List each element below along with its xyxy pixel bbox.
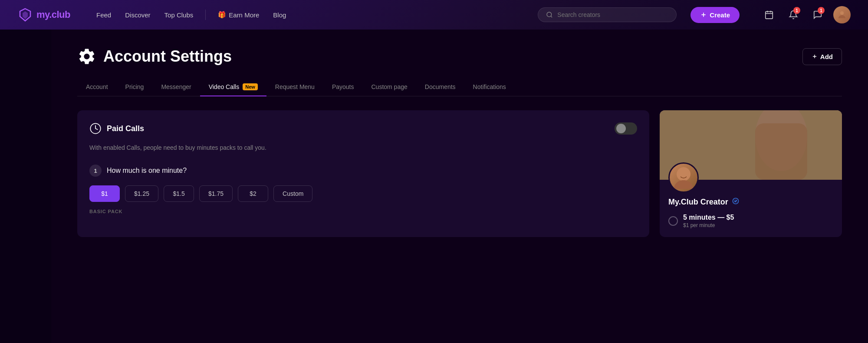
left-sidebar bbox=[0, 30, 51, 343]
nav-discover[interactable]: Discover bbox=[120, 9, 155, 21]
create-button[interactable]: Create bbox=[690, 7, 740, 23]
creator-avatar bbox=[668, 162, 699, 193]
svg-line-3 bbox=[551, 16, 552, 17]
tab-pricing[interactable]: Pricing bbox=[117, 78, 153, 96]
tab-new-badge: New bbox=[243, 83, 258, 90]
question-row: 1 How much is one minute? bbox=[89, 165, 637, 177]
svg-point-10 bbox=[840, 11, 844, 15]
nav-earn-more[interactable]: 🎁 Earn More bbox=[213, 8, 264, 21]
price-option-custom[interactable]: Custom bbox=[273, 185, 312, 202]
minutes-info: 5 minutes — $5 $1 per minute bbox=[683, 214, 734, 228]
logo-text: my.club bbox=[36, 9, 70, 20]
preview-image bbox=[660, 110, 842, 180]
svg-rect-16 bbox=[755, 123, 807, 180]
tab-documents[interactable]: Documents bbox=[416, 78, 464, 96]
price-option-175[interactable]: $1.75 bbox=[199, 185, 233, 202]
nav-divider bbox=[205, 10, 206, 20]
messages-button[interactable]: 1 bbox=[809, 6, 826, 23]
search-input[interactable] bbox=[557, 11, 668, 18]
tab-payouts[interactable]: Payouts bbox=[323, 78, 363, 96]
minutes-text: 5 minutes — $5 bbox=[683, 214, 734, 221]
nav-feed[interactable]: Feed bbox=[91, 9, 116, 21]
price-option-15[interactable]: $1.5 bbox=[164, 185, 194, 202]
price-option-125[interactable]: $1.25 bbox=[125, 185, 158, 202]
svg-point-2 bbox=[547, 12, 552, 17]
search-icon bbox=[546, 11, 553, 18]
user-avatar[interactable] bbox=[833, 6, 851, 23]
navbar: my.club Feed Discover Top Clubs 🎁 Earn M… bbox=[0, 0, 868, 30]
nav-links: Feed Discover Top Clubs 🎁 Earn More Blog bbox=[91, 8, 291, 21]
gear-icon bbox=[77, 47, 96, 66]
paid-calls-card: Paid Calls With enabled Calls, people ne… bbox=[77, 110, 649, 237]
calendar-button[interactable] bbox=[760, 6, 778, 23]
tab-video-calls[interactable]: Video Calls New bbox=[200, 78, 266, 96]
notifications-button[interactable]: 1 bbox=[785, 6, 802, 23]
messages-badge: 1 bbox=[818, 7, 825, 14]
question-text: How much is one minute? bbox=[107, 167, 187, 175]
notifications-badge: 1 bbox=[793, 7, 800, 14]
card-header: Paid Calls bbox=[89, 122, 637, 135]
logo[interactable]: my.club bbox=[17, 7, 70, 23]
clock-icon bbox=[89, 122, 102, 135]
toggle-thumb bbox=[616, 124, 626, 133]
tab-request-menu[interactable]: Request Menu bbox=[266, 78, 323, 96]
svg-rect-6 bbox=[766, 12, 773, 19]
price-option-2[interactable]: $2 bbox=[238, 185, 268, 202]
page-title-row: Account Settings bbox=[77, 47, 232, 66]
plus-icon bbox=[700, 11, 707, 18]
avatar-face-icon bbox=[671, 165, 697, 191]
add-button[interactable]: Add bbox=[802, 48, 842, 65]
nav-top-clubs[interactable]: Top Clubs bbox=[159, 9, 199, 21]
creator-name: My.Club Creator bbox=[668, 198, 728, 207]
minutes-radio[interactable] bbox=[668, 216, 678, 226]
svg-marker-1 bbox=[23, 11, 28, 19]
price-options: $1 $1.25 $1.5 $1.75 $2 Custom bbox=[89, 185, 637, 202]
minutes-row: 5 minutes — $5 $1 per minute bbox=[668, 214, 833, 228]
avatar-person-icon bbox=[837, 10, 847, 20]
page-title: Account Settings bbox=[103, 47, 232, 66]
tab-custom-page[interactable]: Custom page bbox=[363, 78, 416, 96]
question-number: 1 bbox=[89, 165, 102, 177]
paid-calls-toggle[interactable] bbox=[615, 122, 637, 135]
plus-icon-add bbox=[812, 53, 818, 59]
tab-messenger[interactable]: Messenger bbox=[152, 78, 200, 96]
card-description: With enabled Calls, people need to buy m… bbox=[89, 143, 637, 152]
tabs: Account Pricing Messenger Video Calls Ne… bbox=[77, 78, 842, 96]
verified-icon bbox=[732, 197, 740, 207]
creator-preview-card: My.Club Creator 5 minutes — $5 $1 per mi… bbox=[660, 110, 842, 237]
tab-notifications[interactable]: Notifications bbox=[464, 78, 515, 96]
main-content: Account Settings Add Account Pricing Mes… bbox=[51, 30, 868, 343]
search-bar[interactable] bbox=[538, 7, 677, 22]
basic-pack-label: BASIC PACK bbox=[89, 209, 637, 214]
content-grid: Paid Calls With enabled Calls, people ne… bbox=[77, 110, 842, 237]
toggle-track bbox=[615, 122, 637, 135]
nav-actions: 1 1 bbox=[760, 6, 851, 23]
calendar-icon bbox=[764, 10, 774, 20]
page-header: Account Settings Add bbox=[77, 47, 842, 66]
minutes-sub: $1 per minute bbox=[683, 222, 734, 228]
card-title: Paid Calls bbox=[107, 124, 144, 133]
creator-name-row: My.Club Creator bbox=[668, 197, 833, 207]
price-option-1[interactable]: $1 bbox=[89, 185, 120, 202]
tab-account[interactable]: Account bbox=[77, 78, 117, 96]
nav-blog[interactable]: Blog bbox=[268, 9, 291, 21]
svg-point-17 bbox=[677, 167, 690, 181]
card-title-row: Paid Calls bbox=[89, 122, 144, 135]
gift-icon: 🎁 bbox=[218, 11, 226, 19]
